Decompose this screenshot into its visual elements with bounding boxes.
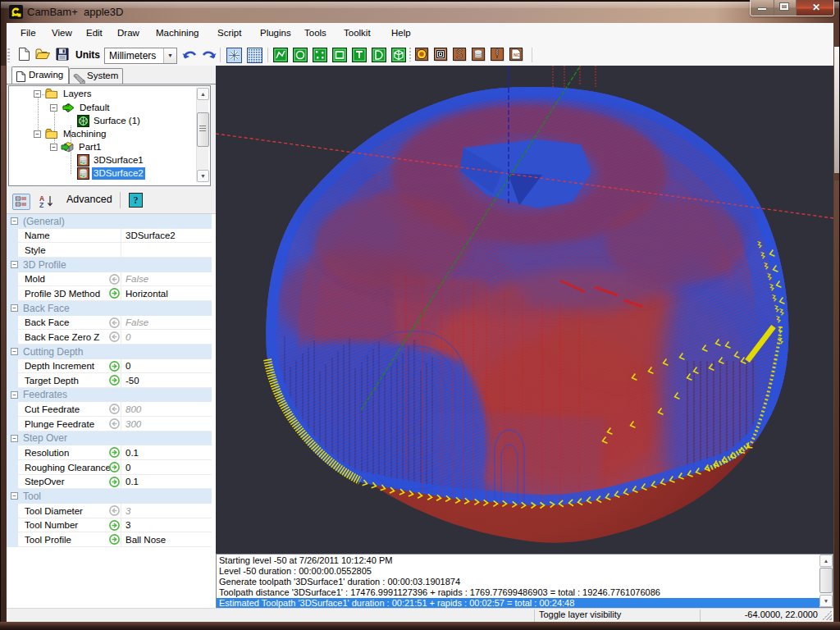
svg-text:Z: Z (39, 201, 43, 208)
svg-text:NC: NC (514, 52, 520, 57)
